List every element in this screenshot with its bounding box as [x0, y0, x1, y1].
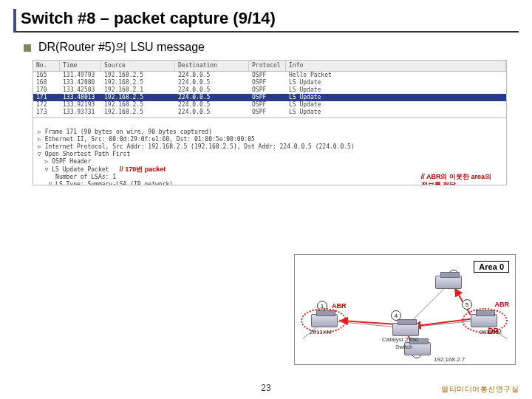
subtitle-text: DR(Router #5)의 LSU message — [38, 40, 205, 55]
annotation-abr: // ABR의 이웃한 area의정보를 전달 — [421, 173, 491, 185]
xm-label-5: 2611XM — [480, 329, 502, 335]
page-title: Switch #8 – packet capture (9/14) — [18, 9, 519, 28]
col-dst: Destination — [175, 61, 249, 71]
capture-rows: 165131.49793192.168.2.5224.0.0.5OSPFHell… — [33, 72, 506, 116]
title-bar: Switch #8 – packet capture (9/14) — [13, 9, 519, 33]
annotation-packet: // 170번 packet — [120, 166, 166, 173]
col-info: Info — [286, 61, 506, 71]
xm-label-1: 2611XM — [310, 329, 332, 335]
col-time: Time — [60, 61, 101, 71]
switch-label: Switch — [395, 344, 413, 350]
packet-detail: ▷ Frame 171 (90 bytes on wire, 90 bytes … — [33, 120, 506, 185]
catalyst-label: Catalyst 2950 — [382, 336, 418, 343]
switch-icon — [392, 323, 419, 336]
col-proto: Protocol — [249, 61, 286, 71]
network-diagram: Area 0 6 1 4 5 7 ABR ABR DR Catalyst 295… — [294, 254, 516, 365]
area-label: Area 0 — [474, 261, 509, 273]
node-5: 5 — [462, 299, 472, 310]
ip-label-7: 192.168.2.7 — [434, 356, 465, 363]
col-src: Source — [101, 61, 175, 71]
col-no: No. — [33, 61, 60, 71]
abr-label-1: ABR — [332, 302, 347, 310]
table-row[interactable]: 172133.92193192.168.2.5224.0.0.5OSPFLS U… — [33, 101, 506, 109]
packet-capture-panel: No. Time Source Destination Protocol Inf… — [33, 60, 507, 185]
capture-header: No. Time Source Destination Protocol Inf… — [33, 61, 506, 72]
table-row[interactable]: 165131.49793192.168.2.5224.0.0.5OSPFHell… — [33, 72, 506, 79]
subtitle-row: DR(Router #5)의 LSU message — [24, 40, 519, 55]
table-row-selected[interactable]: 171133.48013192.168.2.5224.0.0.5OSPFLS U… — [33, 94, 506, 101]
abr-label-5: ABR — [495, 301, 510, 308]
table-row[interactable]: 173133.93731192.168.2.5224.0.0.5OSPFLS U… — [33, 109, 506, 116]
table-row[interactable]: 170133.42503192.168.2.1224.0.0.5OSPFLS U… — [33, 86, 506, 94]
table-row[interactable]: 168133.42080192.168.2.5224.0.0.5OSPFLS U… — [33, 79, 506, 86]
bullet-icon — [24, 44, 31, 52]
brand-label: 멀티미디어통신연구실 — [441, 384, 519, 395]
router-6-icon — [435, 276, 462, 289]
